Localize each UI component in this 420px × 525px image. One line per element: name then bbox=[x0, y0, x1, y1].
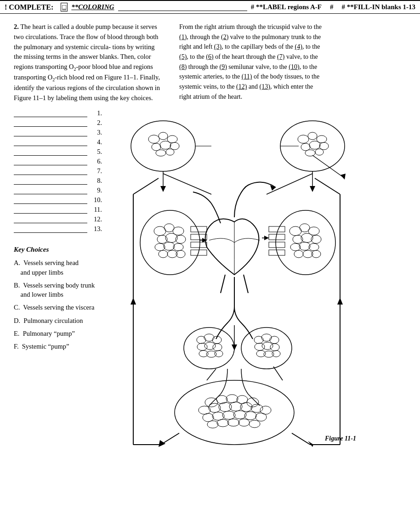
svg-point-42 bbox=[164, 242, 175, 250]
blank-line-13[interactable] bbox=[14, 226, 87, 233]
complete-label: ! COMPLETE: bbox=[5, 3, 53, 11]
svg-point-73 bbox=[213, 344, 222, 351]
svg-marker-25 bbox=[341, 174, 346, 180]
svg-point-43 bbox=[173, 243, 183, 251]
flow-text: From the right atrium through the tricus… bbox=[179, 22, 322, 102]
svg-point-0 bbox=[131, 121, 195, 171]
blank-num-12: 12. bbox=[89, 215, 102, 223]
svg-point-85 bbox=[264, 351, 274, 357]
svg-point-76 bbox=[215, 350, 223, 357]
svg-marker-19 bbox=[160, 186, 166, 192]
figure-svg bbox=[119, 114, 358, 449]
svg-point-84 bbox=[256, 350, 266, 357]
svg-point-6 bbox=[170, 142, 179, 150]
svg-point-109 bbox=[217, 419, 229, 427]
svg-point-10 bbox=[298, 135, 309, 143]
svg-marker-125 bbox=[131, 298, 136, 305]
blank-num-10: 10. bbox=[89, 196, 102, 204]
svg-rect-28 bbox=[191, 242, 207, 248]
right-panel: From the right atrium through the tricus… bbox=[161, 22, 406, 355]
svg-point-75 bbox=[206, 351, 216, 357]
blank-line-12[interactable] bbox=[14, 216, 87, 223]
svg-point-1 bbox=[148, 135, 159, 143]
blank-line-3[interactable] bbox=[14, 129, 87, 136]
blank-num-3: 3. bbox=[89, 129, 102, 136]
svg-point-16 bbox=[305, 150, 315, 156]
svg-rect-30 bbox=[269, 226, 285, 232]
main-content: 2. The heart is called a double pump bec… bbox=[0, 14, 420, 364]
blank-line-2[interactable] bbox=[14, 119, 87, 127]
svg-point-108 bbox=[207, 421, 218, 428]
svg-point-107 bbox=[255, 413, 267, 421]
svg-point-44 bbox=[159, 250, 168, 258]
svg-marker-116 bbox=[159, 440, 165, 447]
blank-line-8[interactable] bbox=[14, 177, 87, 185]
blank-num-5: 5. bbox=[89, 148, 102, 156]
svg-point-71 bbox=[197, 343, 207, 350]
blank-line-10[interactable] bbox=[14, 197, 87, 204]
svg-point-86 bbox=[272, 350, 280, 357]
svg-point-13 bbox=[301, 143, 310, 151]
coloring-label: **COLORING bbox=[71, 3, 114, 11]
blank-num-13: 13. bbox=[89, 225, 102, 233]
svg-marker-63 bbox=[264, 236, 269, 240]
svg-point-57 bbox=[294, 250, 303, 258]
svg-line-23 bbox=[267, 174, 312, 194]
blank-line-6[interactable] bbox=[14, 158, 87, 165]
svg-point-4 bbox=[152, 143, 161, 151]
svg-line-22 bbox=[163, 174, 211, 194]
svg-point-83 bbox=[270, 344, 279, 351]
svg-marker-88 bbox=[232, 344, 237, 350]
blank-num-1: 1. bbox=[89, 109, 102, 117]
blank-line-7[interactable] bbox=[14, 168, 87, 175]
blank-line-1[interactable] bbox=[14, 110, 87, 117]
svg-point-55 bbox=[299, 242, 310, 250]
svg-point-111 bbox=[238, 419, 250, 426]
svg-point-15 bbox=[319, 142, 329, 150]
blank-line-5[interactable] bbox=[14, 148, 87, 156]
svg-line-66 bbox=[244, 275, 248, 293]
figure-container: Figure 11-1 bbox=[119, 114, 358, 449]
blank-line-11[interactable] bbox=[14, 206, 87, 214]
svg-point-79 bbox=[261, 334, 272, 341]
svg-point-78 bbox=[254, 336, 263, 344]
svg-point-54 bbox=[290, 243, 301, 251]
svg-marker-126 bbox=[337, 298, 343, 305]
checkbox-icon: □ bbox=[61, 3, 68, 11]
svg-point-41 bbox=[155, 243, 165, 251]
svg-point-2 bbox=[159, 132, 168, 140]
svg-point-7 bbox=[156, 150, 166, 156]
svg-rect-32 bbox=[269, 242, 285, 248]
svg-point-80 bbox=[270, 336, 279, 344]
label-regions-label: # **LABEL regions A-F bbox=[251, 3, 322, 11]
svg-point-8 bbox=[166, 149, 174, 155]
blank-num-9: 9. bbox=[89, 186, 102, 194]
svg-point-11 bbox=[308, 132, 317, 140]
svg-point-112 bbox=[249, 420, 260, 428]
question-number: 2. bbox=[14, 23, 19, 30]
fill-in-label: # **FILL-IN blanks 1-13 bbox=[342, 3, 415, 11]
svg-point-56 bbox=[309, 243, 319, 251]
question-text: The heart is called a double pump becaus… bbox=[14, 23, 160, 102]
svg-line-113 bbox=[207, 369, 216, 380]
svg-line-124 bbox=[315, 178, 340, 194]
svg-point-5 bbox=[160, 141, 171, 149]
svg-point-92 bbox=[226, 395, 238, 403]
svg-point-68 bbox=[197, 336, 206, 344]
svg-line-24 bbox=[312, 155, 345, 178]
svg-line-65 bbox=[221, 275, 225, 293]
svg-point-14 bbox=[309, 141, 320, 149]
blank-line-9[interactable] bbox=[14, 187, 87, 194]
blank-num-8: 8. bbox=[89, 177, 102, 185]
svg-point-110 bbox=[227, 419, 239, 426]
svg-point-102 bbox=[203, 413, 214, 422]
header-bar: ! COMPLETE: □ **COLORING # **LABEL regio… bbox=[0, 0, 420, 14]
blank-num-4: 4. bbox=[89, 138, 102, 146]
svg-point-81 bbox=[255, 343, 265, 350]
svg-point-74 bbox=[199, 350, 208, 357]
blank-num-6: 6. bbox=[89, 158, 102, 165]
blank-num-2: 2. bbox=[89, 119, 102, 127]
svg-rect-26 bbox=[191, 226, 207, 232]
blank-line-4[interactable] bbox=[14, 139, 87, 146]
question-2: 2. The heart is called a double pump bec… bbox=[14, 22, 161, 103]
